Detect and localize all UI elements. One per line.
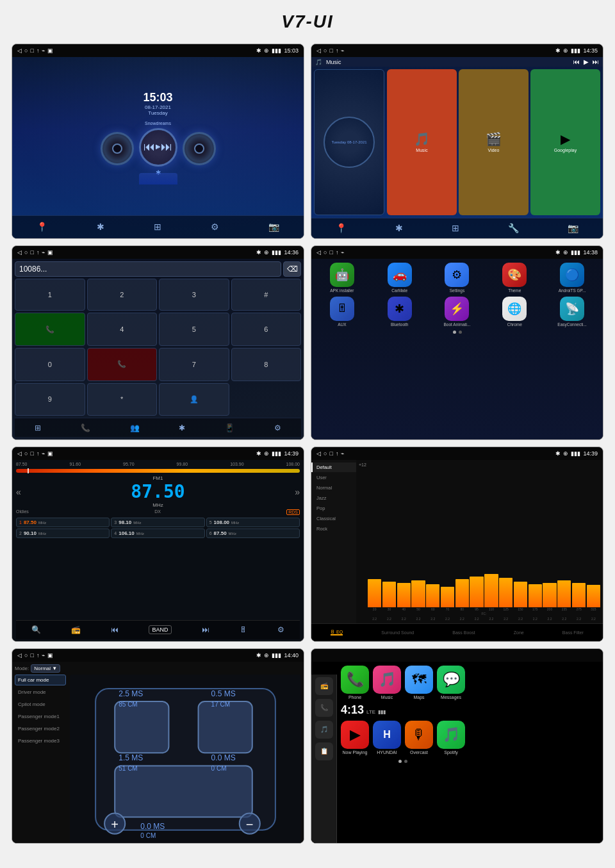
wifi-icon-4: ⌁ <box>341 249 344 256</box>
s1-bt-btn[interactable]: ✱ <box>97 222 104 232</box>
s3-key-8[interactable]: 8 <box>231 348 302 381</box>
s4-app-bt[interactable]: ✱ Bluetooth <box>373 297 427 327</box>
s2-nav-btn[interactable]: 📍 <box>336 223 347 233</box>
s6-preset-pop[interactable]: Pop <box>311 504 356 513</box>
s6-tab-bass-filter[interactable]: Bass Filter <box>562 630 584 635</box>
s8-sidebar-apps-icon[interactable]: 📋 <box>315 742 333 760</box>
s5-preset-1[interactable]: 1 87.50 MHz <box>16 518 110 527</box>
s4-app-android[interactable]: 🔵 AndroiTS GP... <box>545 263 599 293</box>
s7-mode-driver[interactable]: Driver mode <box>15 687 66 698</box>
s5-preset-2[interactable]: 2 90.10 MHz <box>16 528 110 538</box>
s3-key-0[interactable]: 0 <box>15 348 85 381</box>
s8-app-phone[interactable]: 📞 Phone <box>341 666 369 700</box>
s3-key-1[interactable]: 1 <box>15 279 85 311</box>
s5-prev-track-btn[interactable]: ⏮ <box>111 625 119 634</box>
s4-app-settings[interactable]: ⚙ Settings <box>430 263 484 293</box>
s2-cam-btn[interactable]: 📷 <box>568 223 578 233</box>
s3-phone-bt-btn[interactable]: 📱 <box>225 423 234 432</box>
s5-preset-6[interactable]: 6 87.50 MHz <box>206 528 300 538</box>
s6-preset-jazz[interactable]: Jazz <box>311 493 356 503</box>
s1-cam-btn[interactable]: 📷 <box>268 222 279 232</box>
s3-key-star[interactable]: * <box>87 383 158 416</box>
s3-key-4[interactable]: 4 <box>87 313 158 346</box>
s4-app-chrome[interactable]: 🌐 Chrome <box>488 297 541 327</box>
s3-settings-btn[interactable]: ⚙ <box>274 423 281 432</box>
s3-key-hash[interactable]: # <box>231 279 302 311</box>
s4-app-aux[interactable]: 🎚 AUX <box>315 297 369 327</box>
s5-preset-3[interactable]: 3 98.10 MHz <box>111 518 204 527</box>
s6-preset-default[interactable]: Default <box>311 463 356 472</box>
s3-dialpad-btn[interactable]: ⊞ <box>35 423 41 432</box>
s8-app-spotify[interactable]: 🎵 Spotify <box>437 721 465 755</box>
s3-contacts-btn[interactable]: 👥 <box>130 423 140 432</box>
s4-app-easy[interactable]: 📡 EasyConnecti... <box>545 297 599 327</box>
s3-contact-btn[interactable]: 👤 <box>159 383 229 416</box>
s5-bottom-bar: 🔍 📻 ⏮ BAND ⏭ 🎚 ⚙ <box>16 620 300 639</box>
s3-key-3[interactable]: 3 <box>159 279 229 311</box>
s7-mode-passenger1[interactable]: Passenger mode1 <box>15 711 66 722</box>
s8-app-overcast[interactable]: 🎙 Overcast <box>405 721 433 755</box>
s8-sidebar-radio-icon[interactable]: 📻 <box>315 677 333 695</box>
s3-phone-input[interactable]: 10086... <box>15 261 281 277</box>
s3-key-5[interactable]: 5 <box>159 313 229 346</box>
s8-app-messages[interactable]: 💬 Messages <box>437 666 465 700</box>
s8-sidebar-phone-icon[interactable]: 📞 <box>315 699 333 717</box>
s5-settings-btn[interactable]: ⚙ <box>277 625 284 634</box>
s8-app-hyundai[interactable]: H HYUNDAI <box>373 721 401 755</box>
s5-preset-4[interactable]: 4 106.10 MHz <box>111 528 204 538</box>
s6-tab-zone[interactable]: Zone <box>514 630 524 635</box>
s7-mode-passenger2[interactable]: Passenger mode2 <box>15 723 66 734</box>
s3-key-7[interactable]: 7 <box>159 348 229 381</box>
s8-sidebar-music-icon[interactable]: 🎵 <box>315 721 333 739</box>
s6-tab-eq[interactable]: 🎚 EQ <box>331 630 343 635</box>
s5-next-track-btn[interactable]: ⏭ <box>202 625 209 634</box>
s2-app-music[interactable]: 🎵 Music <box>387 69 457 215</box>
s6-preset-rock[interactable]: Rock <box>311 524 356 534</box>
s5-band-btn[interactable]: BAND <box>149 625 171 634</box>
s7-mode-dropdown[interactable]: Normal ▼ <box>31 664 60 673</box>
s5-preset-5[interactable]: 5 108.00 MHz <box>206 518 300 527</box>
s6-tab-surround[interactable]: Surround Sound <box>381 630 414 635</box>
s1-settings-btn[interactable]: ⚙ <box>211 222 219 232</box>
s2-bt-btn[interactable]: ✱ <box>395 223 403 233</box>
s3-bt-btn[interactable]: ✱ <box>179 423 185 432</box>
s5-eq-btn[interactable]: 🎚 <box>240 625 247 634</box>
s3-end-btn[interactable]: 📞 <box>87 348 158 381</box>
s5-search-btn[interactable]: 🔍 <box>31 625 41 634</box>
s2-prev-btn[interactable]: ⏮ <box>573 58 580 65</box>
screen-grid: ◁ ○ □ ↑ ⌁ ▣ ✱ ⊕ ▮▮▮ 15:03 15:03 08-17-20… <box>0 38 615 855</box>
s7-mode-cpilot[interactable]: Cpilot mode <box>15 699 66 710</box>
s1-apps-btn[interactable]: ⊞ <box>154 222 161 232</box>
s2-app-googleplay[interactable]: ▶ Googleplay <box>530 69 600 215</box>
s8-app-nowplaying[interactable]: ▶ Now Playing <box>341 721 369 755</box>
s4-app-theme[interactable]: 🎨 Theme <box>488 263 541 293</box>
s1-nav-btn[interactable]: 📍 <box>37 222 47 232</box>
s3-key-9[interactable]: 9 <box>15 383 85 416</box>
s3-key-2[interactable]: 2 <box>87 279 158 311</box>
s6-tab-bass-boost[interactable]: Bass Boost <box>452 630 475 635</box>
s7-mode-passenger3[interactable]: Passenger mode3 <box>15 735 66 746</box>
s2-apps-btn[interactable]: ⊞ <box>452 223 459 233</box>
s3-key-6[interactable]: 6 <box>231 313 302 346</box>
s2-next-btn[interactable]: ⏭ <box>593 58 599 65</box>
s3-recents-btn[interactable]: 📞 <box>81 423 90 432</box>
s5-prev-btn[interactable]: « <box>16 487 21 497</box>
s6-preset-classical[interactable]: Classical <box>311 514 356 523</box>
s8-app-maps[interactable]: 🗺 Maps <box>405 666 433 700</box>
s4-app-boot[interactable]: ⚡ Boot Animati... <box>430 297 484 327</box>
s7-mode-fullcar[interactable]: Full car mode <box>15 675 66 685</box>
s1-play-button[interactable]: ⏮▶⏭ <box>139 128 177 167</box>
s8-app-music[interactable]: 🎵 Music <box>373 666 401 700</box>
s5-preset-num-6: 6 <box>209 531 212 536</box>
s2-play-btn[interactable]: ▶ <box>584 58 589 65</box>
s6-preset-user[interactable]: User <box>311 473 356 482</box>
s4-app-apk[interactable]: 🤖 APK installer <box>315 263 369 293</box>
s4-app-carmate[interactable]: 🚗 CarMate <box>373 263 427 293</box>
s5-next-btn[interactable]: » <box>295 487 300 497</box>
s2-app-video[interactable]: 🎬 Video <box>459 69 529 215</box>
s5-radio-btn[interactable]: 📻 <box>71 625 81 634</box>
s3-backspace-btn[interactable]: ⌫ <box>283 261 301 277</box>
s6-preset-normal[interactable]: Normal <box>311 483 356 493</box>
s2-tool-btn[interactable]: 🔧 <box>508 223 519 233</box>
s3-call-btn[interactable]: 📞 <box>15 313 85 346</box>
